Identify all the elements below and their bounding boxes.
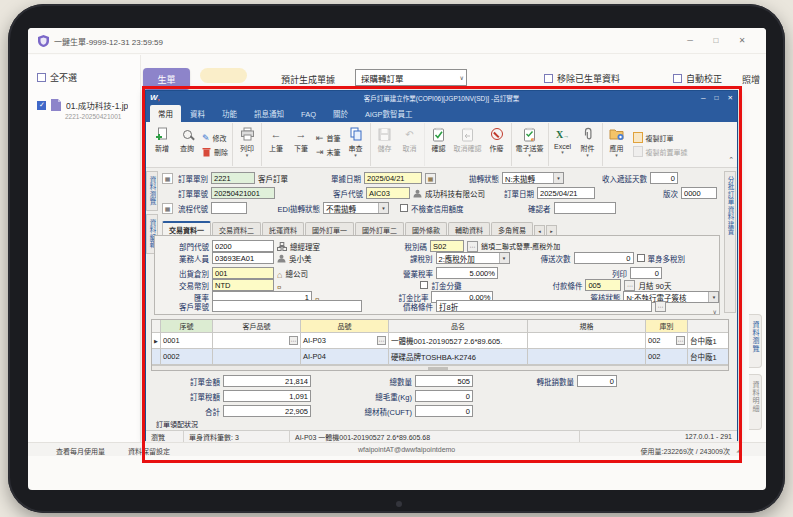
- right-tab-data-browse[interactable]: 資料瀏覽: [749, 314, 762, 368]
- col-spec[interactable]: 規格: [528, 320, 646, 333]
- app-titlebar: 一鍵生單-9999-12-31 23:59:59 ─ □ ✕: [28, 28, 766, 54]
- erp-minimize-button[interactable]: ─: [701, 91, 706, 104]
- credit-check-checkbox[interactable]: [400, 204, 408, 212]
- excel-button[interactable]: X→ Excel: [551, 125, 575, 154]
- ribbon-tab-aigp[interactable]: AiGP數智員工: [357, 105, 421, 122]
- usage-link[interactable]: 查看每月使用量: [56, 446, 105, 456]
- col-customer-part[interactable]: 客戶品號: [213, 320, 301, 333]
- app-bottombar: 查看每月使用量 資料保留設定 wfaipointAT@dwwfaipointde…: [28, 442, 766, 456]
- customer-code-field[interactable]: AIC03: [366, 187, 410, 199]
- attachment-button[interactable]: 附件: [576, 125, 600, 157]
- data-retention-link[interactable]: 資料保留設定: [128, 446, 170, 456]
- col-seq[interactable]: 序號: [161, 320, 213, 333]
- col-warehouse[interactable]: 庫別: [646, 320, 688, 333]
- left-tab-data-browse[interactable]: 資料瀏覽: [146, 171, 158, 211]
- right-tab-data-detail[interactable]: 資料明細: [749, 374, 762, 430]
- erp-maximize-button[interactable]: □: [715, 91, 719, 104]
- select-none-checkbox[interactable]: 全不選: [37, 71, 77, 84]
- auto-correct-checkbox[interactable]: 自動校正: [673, 72, 722, 85]
- serial-query-button[interactable]: 串查: [344, 125, 368, 157]
- status-mode: 瀏覽: [146, 431, 184, 442]
- doc-no-field[interactable]: 20250421001: [211, 187, 275, 199]
- erp-close-button[interactable]: ✕: [728, 91, 733, 104]
- expected-doc-select[interactable]: 採購轉訂單 ∨: [355, 69, 467, 86]
- calendar-icon[interactable]: [425, 173, 436, 184]
- col-part-no[interactable]: 品號: [301, 320, 389, 333]
- send-count-field[interactable]: 0: [574, 252, 634, 264]
- doc-date-field[interactable]: 2025/04/21: [364, 172, 422, 184]
- send-count-label: 傳送次數: [529, 253, 571, 264]
- ribbon-tab-data[interactable]: 資料: [182, 105, 213, 122]
- batch-qty-label: 轉批銷數量: [516, 376, 574, 387]
- transfer-status-select[interactable]: N:未拋轉: [502, 172, 564, 184]
- cell-browse-button[interactable]: [289, 336, 298, 345]
- prev-record-button[interactable]: 上筆: [264, 125, 288, 153]
- extra-action-label[interactable]: 照增: [742, 73, 760, 86]
- ribbon-tab-function[interactable]: 功能: [214, 105, 245, 122]
- add-button[interactable]: 新增: [150, 125, 174, 153]
- col-part-name[interactable]: 品名: [389, 320, 528, 333]
- confirmer-field[interactable]: [554, 202, 616, 214]
- app-maximize-button[interactable]: □: [710, 34, 722, 46]
- void-button[interactable]: 作廢: [485, 125, 509, 153]
- erp-titlebar: W, 客戶訂單建立作業(COPI06)[JGP10NV(SD)] -呂訂實業 ─…: [146, 91, 737, 104]
- next-record-button[interactable]: 下筆: [289, 125, 313, 153]
- ribbon-tab-home[interactable]: 常用: [150, 105, 181, 122]
- dept-field[interactable]: 0200: [212, 240, 274, 252]
- gross-weight-label: 總毛重(Kg): [358, 391, 412, 402]
- list-item[interactable]: 01.成功科技-1.jp 2221-20250421001: [37, 99, 141, 120]
- save-button[interactable]: 儲存: [373, 125, 397, 153]
- app-close-button[interactable]: ✕: [736, 34, 748, 46]
- ribbon-tab-faq[interactable]: FAQ: [293, 107, 324, 122]
- checkbox-icon: [544, 74, 553, 83]
- browse-button[interactable]: [162, 173, 173, 184]
- last-record-button[interactable]: 末筆: [316, 147, 341, 157]
- edi-status-select[interactable]: 不需拋轉: [323, 202, 389, 214]
- customer-doc-no-field[interactable]: [212, 300, 362, 312]
- version-label: 版次: [648, 188, 678, 199]
- flow-code-field[interactable]: [211, 202, 247, 214]
- first-record-button[interactable]: 首筆: [316, 133, 341, 143]
- file-icon: [51, 99, 61, 111]
- order-tax-field: 1,091: [223, 390, 311, 402]
- scroll-down-icon[interactable]: [713, 308, 717, 315]
- cancel-button[interactable]: 取消: [398, 125, 422, 153]
- generate-button[interactable]: 生單: [143, 68, 190, 90]
- ribbon-collapse-button[interactable]: [728, 156, 734, 164]
- copy-order-button[interactable]: 複製訂單: [632, 133, 688, 143]
- grid-row[interactable]: 0001 AI-P03 一體機001-20190527 2.6*89.605. …: [152, 333, 728, 349]
- cell-browse-button[interactable]: [377, 336, 386, 345]
- order-date-field[interactable]: 2025/04/21: [537, 187, 595, 199]
- delete-button[interactable]: 刪除: [202, 147, 228, 157]
- price-terms-field[interactable]: 打8折: [436, 300, 652, 312]
- total-qty-field: 505: [415, 375, 473, 387]
- esign-button[interactable]: e 電子送簽: [514, 125, 546, 157]
- tax-type-select[interactable]: 2:應稅外加: [436, 252, 510, 264]
- defer-days-field[interactable]: 0: [650, 172, 678, 184]
- copy-previous-doc-button[interactable]: 複製前置單據: [632, 147, 688, 157]
- print-button[interactable]: 列印: [235, 125, 259, 157]
- bottom-tab-order-status[interactable]: 訂單領配狀況: [156, 419, 198, 430]
- salesperson-field[interactable]: 03693EA01: [212, 252, 274, 264]
- remove-generated-checkbox[interactable]: 移除已生單資料: [544, 72, 620, 85]
- grid-horizontal-scrollbar[interactable]: [152, 365, 728, 370]
- app-minimize-button[interactable]: ─: [684, 34, 696, 46]
- browse-button[interactable]: [162, 203, 173, 214]
- trash-icon: [202, 147, 211, 157]
- unconfirm-button[interactable]: 取消確認: [452, 125, 484, 153]
- confirm-button[interactable]: 確認: [427, 125, 451, 153]
- query-button[interactable]: 查詢: [175, 125, 199, 153]
- ribbon-tab-notify[interactable]: 訊息通知: [246, 105, 292, 122]
- browse-button[interactable]: [655, 301, 666, 312]
- cell-browse-button[interactable]: [676, 336, 685, 345]
- doc-type-field[interactable]: 2221: [211, 172, 255, 184]
- multi-tax-checkbox[interactable]: [637, 254, 645, 262]
- ribbon-tab-about[interactable]: 關於: [325, 105, 356, 122]
- version-field[interactable]: 0000: [681, 187, 717, 199]
- apply-button[interactable]: 應用: [605, 125, 629, 157]
- right-strip-batch-order[interactable]: 分批訂單資料建置: [724, 171, 736, 313]
- grid-row[interactable]: 0002 AI-P04 硬碟品牌TOSHBA-K2746 002 台中廠1: [152, 349, 728, 365]
- tax-code-field[interactable]: S02: [430, 240, 464, 252]
- edit-button[interactable]: 修改: [202, 133, 228, 143]
- browse-button[interactable]: [467, 241, 478, 252]
